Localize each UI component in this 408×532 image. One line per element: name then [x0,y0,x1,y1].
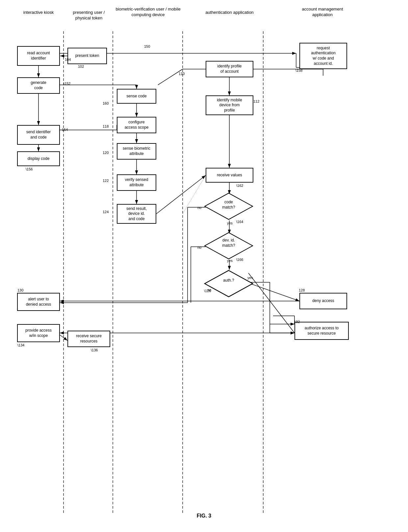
ref-160: 160 [103,101,109,105]
diagram: interactive kiosk presenting user / phys… [0,0,408,532]
ref-154: 154 [62,128,68,132]
diamond-auth: auth.? [204,270,253,298]
svg-marker-53 [205,193,253,219]
ref-134: \134 [17,343,24,347]
col-header-kiosk: interactive kiosk [17,10,60,15]
ref-112: 112 [253,99,259,103]
ref-128: 128 [299,288,305,292]
ref-120: 120 [103,151,109,155]
box-receive-values: receive values [206,168,253,183]
box-generate-code: generatecode [17,77,60,94]
ref-118: 118 [103,124,109,128]
ref-130: 130 [17,288,23,292]
label-yes-auth: yes [247,276,253,280]
box-provide-access: provide accessw/in scope [17,324,60,342]
box-receive-secure: receive secureresources [67,331,110,347]
ref-164: \164 [236,220,243,224]
box-sense-code: sense code [117,89,156,104]
ref-162: \162 [236,184,243,188]
ref-166: \166 [236,258,243,262]
col-header-account-mgmt: account management application [294,7,350,18]
ref-136: \136 [91,348,98,352]
svg-line-41 [248,273,294,333]
box-configure-access: configureaccess scope [117,117,156,133]
box-send-identifier: send identifierand code [17,125,60,145]
svg-marker-54 [205,233,253,259]
ref-132: 132 [294,320,300,324]
col-header-biometric: biometric-verification user / mobile com… [115,7,181,18]
label-yes-code: yes [227,221,233,225]
label-no-auth: no [207,288,211,292]
fig-label: FIG. 3 [0,513,408,519]
svg-line-40 [248,283,299,301]
col-header-user: presenting user / physical token [66,10,112,21]
box-identify-profile: identify profileof account [206,61,253,77]
svg-line-48 [60,335,67,341]
ref-158: \158 [295,68,302,72]
ref-102: 102 [78,64,84,68]
ref-122: 122 [103,179,109,183]
box-alert-user: alert user todenied access [17,293,60,311]
ref-110: 110 [179,72,185,76]
ref-156: \156 [26,167,33,171]
svg-line-51 [183,175,206,214]
label-no-devid: no [197,245,201,249]
box-authorize-access: authorize access tosecure resource [294,322,349,340]
box-request-auth: requestauthenticationw/ code andaccount … [299,43,347,69]
ref-104: 104 [65,58,71,62]
ref-150: 150 [144,44,150,48]
box-present-token: present token [67,48,107,64]
label-yes-devid: yes [227,259,233,263]
arrows-svg [0,0,408,532]
label-no-code: no [197,206,201,210]
box-display-code: display code [17,151,60,166]
diamond-dev-id-match: dev. id.match? [204,232,253,260]
svg-marker-55 [205,270,253,297]
box-send-result: send result,device id.and code [117,204,156,224]
box-verify-sensed: verify sensedattribute [117,174,156,191]
col-header-auth-app: authentication application [199,10,260,15]
diamond-code-match: codematch? [204,192,253,220]
ref-152: \152 [64,82,70,86]
box-deny-access: deny access [299,293,347,309]
box-read-account: read accountidentifier [17,46,60,66]
ref-124: 124 [103,210,109,214]
box-sense-biometric: sense biometricattribute [117,143,156,160]
box-identify-mobile: identify mobiledevice fromprofile [206,95,253,115]
